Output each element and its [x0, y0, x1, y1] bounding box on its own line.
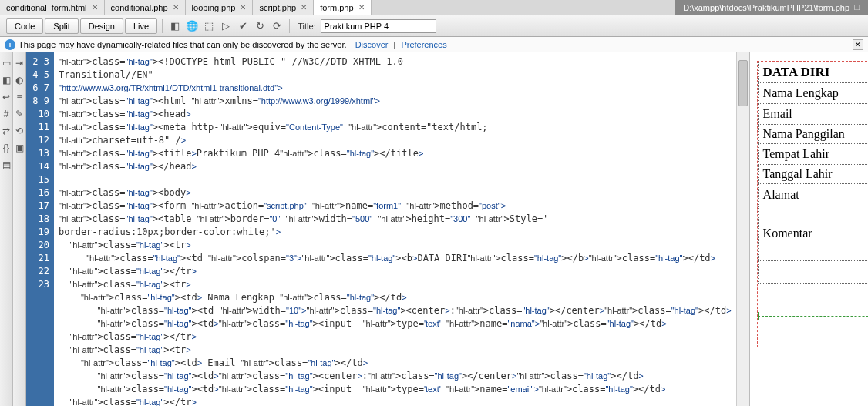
code-content[interactable]: "hl-attr">class="hl-tag"><!DOCTYPE html … [54, 52, 736, 406]
row-label: Nama Lengkap [758, 83, 868, 104]
row-label: Tempat Lahir [758, 144, 868, 165]
coding-toolbar-rail: ▭ ◧ ↩ # ⇄ {} ▤ [0, 52, 13, 406]
close-icon[interactable]: ✕ [240, 3, 246, 12]
file-path-bar: D:\xampp\htdocs\PraktikumPHP21\form.php❐ [675, 0, 868, 15]
check-icon[interactable]: ✔ [235, 18, 251, 34]
preview-form-table: DATA DIRI Nama Lengkap Email Nama Panggi… [758, 62, 868, 284]
close-infobar-button[interactable]: ✕ [853, 39, 863, 50]
css-icon[interactable]: ◐ [13, 74, 25, 86]
close-icon[interactable]: ✕ [92, 3, 98, 12]
globe-icon[interactable]: 🌐 [184, 18, 200, 34]
row-label: Tanggal Lahir [758, 165, 868, 184]
tab-looping-php[interactable]: looping.php✕ [186, 0, 254, 15]
separator: | [391, 40, 398, 49]
close-icon[interactable]: ✕ [358, 3, 365, 12]
restore-icon[interactable]: ❐ [854, 4, 860, 12]
show-code-icon[interactable]: ◧ [0, 74, 12, 86]
tab-conditional-php[interactable]: conditional.php✕ [105, 0, 186, 15]
discover-link[interactable]: Discover [355, 40, 389, 49]
separator [289, 19, 290, 33]
scroll-thumb[interactable] [738, 60, 748, 106]
row-label: Email [758, 104, 868, 125]
split-view-button[interactable]: Split [45, 18, 78, 34]
collapse-icon[interactable]: ▣ [13, 142, 25, 154]
wrap-icon[interactable]: ↩ [0, 91, 12, 103]
open-documents-icon[interactable]: ▭ [0, 57, 12, 69]
tab-label: script.php [259, 3, 296, 12]
form-heading: DATA DIRI [758, 62, 868, 83]
indent-icon[interactable]: ⇥ [13, 57, 25, 69]
preferences-link[interactable]: Preferences [401, 40, 446, 49]
tab-form-php[interactable]: form.php✕ [314, 0, 371, 15]
tab-label: conditional.php [111, 3, 168, 12]
recent-icon[interactable]: ⟲ [13, 125, 25, 137]
separator [162, 19, 163, 33]
main-toolbar: Code Split Design Live ◧ 🌐 ⬚ ▷ ✔ ↻ ⟳ Tit… [0, 15, 868, 37]
comment-icon[interactable]: {} [0, 142, 12, 154]
code-view-button[interactable]: Code [6, 18, 43, 34]
info-icon: i [5, 39, 15, 50]
coding-toolbar-rail-2: ⇥ ◐ ≡ ✎ ⟲ ▣ [13, 52, 26, 406]
live-view-button[interactable]: Live [125, 18, 157, 34]
row-label: Alamat [758, 184, 868, 206]
design-view-button[interactable]: Design [80, 18, 123, 34]
tab-label: form.php [320, 3, 353, 12]
balance-icon[interactable]: ⇄ [0, 125, 12, 137]
highlight-icon[interactable]: ✎ [13, 108, 25, 120]
row-label: Komentar [758, 206, 868, 261]
width-ruler: 500 ▾ [758, 310, 868, 321]
main-split: ▭ ◧ ↩ # ⇄ {} ▤ ⇥ ◐ ≡ ✎ ⟲ ▣ 2 3 4 5 6 7 8… [0, 52, 868, 406]
row-label: Nama Panggilan [758, 125, 868, 144]
refresh-icon[interactable]: ⟳ [269, 18, 284, 34]
infobar-message: This page may have dynamically-related f… [19, 40, 347, 49]
design-preview[interactable]: DATA DIRI Nama Lengkap Email Nama Panggi… [750, 52, 868, 406]
live-code-icon[interactable]: ◧ [167, 18, 183, 34]
navigate-icon[interactable]: ↻ [252, 18, 267, 34]
format-icon[interactable]: ≡ [13, 91, 25, 103]
inspect-icon[interactable]: ⬚ [201, 18, 217, 34]
snippet-icon[interactable]: ▤ [0, 159, 12, 171]
vertical-scrollbar[interactable] [736, 52, 749, 406]
title-input[interactable] [321, 19, 436, 33]
ruler-line [758, 316, 868, 317]
tag-icon[interactable]: # [0, 108, 12, 120]
related-files-infobar: i This page may have dynamically-related… [0, 37, 868, 52]
button-row: Submit Reset [758, 261, 868, 284]
title-label: Title: [298, 22, 315, 31]
tab-label: conditional_form.html [6, 3, 87, 12]
file-path-text: D:\xampp\htdocs\PraktikumPHP21\form.php [683, 3, 849, 12]
tab-conditional-form-html[interactable]: conditional_form.html✕ [0, 0, 105, 15]
close-icon[interactable]: ✕ [173, 3, 179, 12]
line-number-gutter: 2 3 4 5 6 7 8 9 10 11 12 13 14 15 16 17 … [26, 52, 54, 406]
play-icon[interactable]: ▷ [218, 18, 234, 34]
tab-label: looping.php [192, 3, 236, 12]
close-icon[interactable]: ✕ [301, 3, 307, 12]
code-editor[interactable]: 2 3 4 5 6 7 8 9 10 11 12 13 14 15 16 17 … [26, 52, 749, 406]
document-tabbar: conditional_form.html✕ conditional.php✕ … [0, 0, 868, 15]
tab-script-php[interactable]: script.php✕ [253, 0, 314, 15]
